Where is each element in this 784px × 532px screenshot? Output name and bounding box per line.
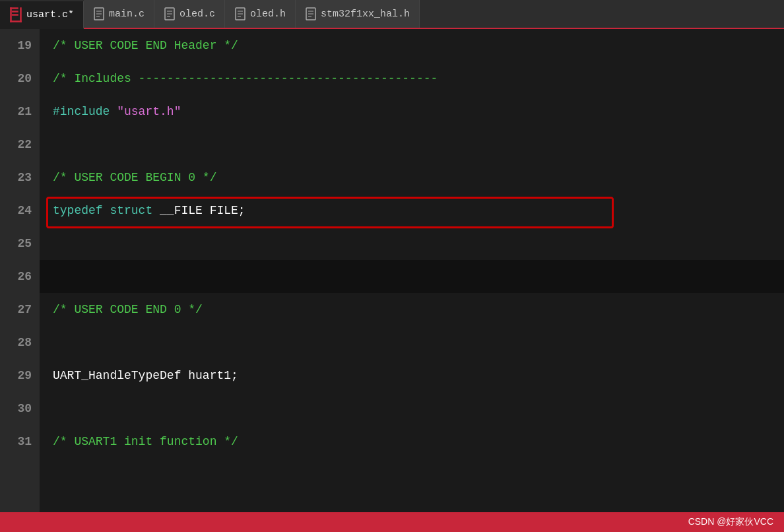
file-icon-main	[93, 7, 105, 21]
line-num-30: 30	[0, 392, 40, 425]
code-line-22	[40, 128, 784, 161]
svg-rect-2	[10, 20, 22, 22]
line-numbers: 19 20 21 22 23 24 25 26 27 28 29 30 31	[0, 29, 40, 512]
file-icon-oled-c	[164, 7, 176, 21]
tab-label-stm32: stm32f1xx_hal.h	[321, 9, 410, 20]
watermark-text: CSDN @好家伙VCC	[688, 516, 773, 528]
code-line-25	[40, 227, 784, 260]
code-text-20: /* Includes ----------------------------…	[53, 72, 438, 85]
code-line-31: /* USART1 init function */	[40, 425, 784, 458]
code-line-26	[40, 260, 784, 293]
code-text-19: /* USER CODE END Header */	[53, 39, 238, 52]
code-text-31: /* USART1 init function */	[53, 435, 238, 448]
tab-label-oled-c: oled.c	[180, 9, 215, 20]
status-bar: CSDN @好家伙VCC	[0, 512, 784, 532]
svg-rect-4	[12, 11, 18, 13]
svg-rect-3	[20, 7, 22, 22]
code-text-27: /* USER CODE END 0 */	[53, 303, 203, 316]
code-line-23: /* USER CODE BEGIN 0 */	[40, 161, 784, 194]
code-line-30	[40, 392, 784, 425]
line-num-26: 26	[0, 260, 40, 293]
svg-rect-1	[10, 7, 12, 22]
line-num-20: 20	[0, 62, 40, 95]
line-num-29: 29	[0, 359, 40, 392]
code-text-24a: typedef struct	[53, 204, 160, 217]
code-line-19: /* USER CODE END Header */	[40, 29, 784, 62]
line-num-22: 22	[0, 128, 40, 161]
code-line-29: UART_HandleTypeDef huart1;	[40, 359, 784, 392]
code-text-24b: __FILE FILE;	[160, 204, 245, 217]
tab-label-main-c: main.c	[109, 9, 145, 20]
file-icon-stm32	[305, 7, 317, 21]
tab-main-c[interactable]: main.c	[84, 0, 154, 28]
code-text-21b: "usart.h"	[117, 105, 181, 118]
code-line-28	[40, 326, 784, 359]
code-text-23: /* USER CODE BEGIN 0 */	[53, 171, 216, 184]
file-icon-oled-h	[234, 7, 246, 21]
tab-usart-c[interactable]: usart.c*	[0, 1, 84, 29]
line-num-27: 27	[0, 293, 40, 326]
code-content: /* USER CODE END Header */ /* Includes -…	[40, 29, 784, 512]
code-area: 19 20 21 22 23 24 25 26 27 28 29 30 31 /…	[0, 29, 784, 512]
code-line-20: /* Includes ----------------------------…	[40, 62, 784, 95]
line-num-31: 31	[0, 425, 40, 458]
line-num-23: 23	[0, 161, 40, 194]
code-line-27: /* USER CODE END 0 */	[40, 293, 784, 326]
code-text-21a: #include	[53, 105, 117, 118]
svg-rect-5	[12, 14, 18, 16]
tab-bar: usart.c* main.c oled.c	[0, 0, 784, 29]
line-num-25: 25	[0, 227, 40, 260]
line-num-19: 19	[0, 29, 40, 62]
tab-stm32[interactable]: stm32f1xx_hal.h	[296, 0, 420, 28]
line-num-21: 21	[0, 95, 40, 128]
line-num-24: 24	[0, 194, 40, 227]
line-num-28: 28	[0, 326, 40, 359]
tab-oled-c[interactable]: oled.c	[154, 0, 225, 28]
tab-label-usart-c: usart.c*	[26, 9, 74, 20]
code-line-21: #include "usart.h"	[40, 95, 784, 128]
active-tab-icon	[9, 8, 22, 21]
code-line-24: typedef struct __FILE FILE;	[40, 194, 784, 227]
tab-label-oled-h: oled.h	[250, 9, 286, 20]
tab-oled-h[interactable]: oled.h	[225, 0, 296, 28]
code-text-29: UART_HandleTypeDef huart1;	[53, 369, 238, 382]
